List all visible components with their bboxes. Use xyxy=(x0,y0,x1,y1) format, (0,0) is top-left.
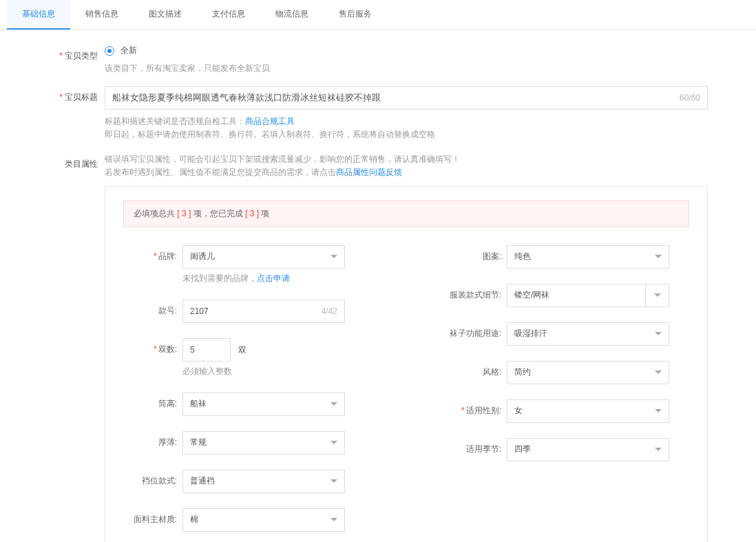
chevron-down-icon xyxy=(654,293,661,297)
styleno-counter: 4/42 xyxy=(322,306,337,316)
title-input[interactable] xyxy=(112,93,680,103)
required-summary: 必填项总共 [ 3 ] 项，您已完成 [ 3 ] 项 xyxy=(123,200,689,227)
chevron-down-icon xyxy=(330,255,337,258)
attr-label-brand: *品牌: xyxy=(123,245,182,262)
brand-apply-link[interactable]: 点击申请 xyxy=(257,273,290,283)
tab-sales-info[interactable]: 销售信息 xyxy=(70,0,134,29)
attr-col-right: 图案: 纯色 服装款式细节: xyxy=(448,245,689,532)
label-category-attrs: 类目属性 xyxy=(48,153,105,170)
attr-feedback-link[interactable]: 商品属性问题反馈 xyxy=(336,167,402,177)
season-select[interactable]: 四季 xyxy=(507,438,669,461)
thickness-value: 常规 xyxy=(190,437,207,448)
detail-value: 镂空/网袜 xyxy=(507,284,645,306)
brand-value: 闺诱儿 xyxy=(190,251,215,262)
attr-row-detail: 服装款式细节: 镂空/网袜 xyxy=(448,284,689,307)
attr-label-material: 面料主材质: xyxy=(123,508,182,525)
detail-dropdown-btn[interactable] xyxy=(645,284,669,306)
tab-basic-info[interactable]: 基础信息 xyxy=(7,0,70,30)
tube-select[interactable]: 船袜 xyxy=(182,393,345,416)
tab-aftersale[interactable]: 售后服务 xyxy=(324,0,387,29)
brand-subhint: 未找到需要的品牌，点击申请 xyxy=(182,273,365,284)
attr-label-pattern: 图案: xyxy=(448,245,507,262)
chevron-down-icon xyxy=(655,255,662,258)
label-item-type: *宝贝类型 xyxy=(48,45,105,62)
attr-row-season: 适用季节: 四季 xyxy=(448,438,689,461)
crotch-select[interactable]: 普通裆 xyxy=(182,470,345,493)
attr-label-pairs: *双数: xyxy=(123,338,182,355)
radio-type-new[interactable]: 全新 xyxy=(105,45,137,56)
chevron-down-icon xyxy=(330,441,337,444)
pattern-select[interactable]: 纯色 xyxy=(507,245,669,269)
styleno-input-wrap[interactable]: 4/42 xyxy=(182,300,345,323)
attr-col-left: *品牌: 闺诱儿 未找到需要的品牌，点击申请 xyxy=(123,245,365,532)
pairs-input[interactable] xyxy=(182,338,231,362)
material-select[interactable]: 棉 xyxy=(182,508,345,532)
attr-row-pattern: 图案: 纯色 xyxy=(448,245,689,269)
crotch-value: 普通裆 xyxy=(190,475,215,487)
row-item-type: *宝贝类型 全新 该类目下，所有淘宝卖家，只能发布全新宝贝 xyxy=(48,45,708,75)
attr-row-tube: 筒高: 船袜 xyxy=(123,393,365,416)
tab-description[interactable]: 图文描述 xyxy=(134,0,197,29)
pairs-subhint: 必须输入整数 xyxy=(182,366,365,377)
form-area: *宝贝类型 全新 该类目下，所有淘宝卖家，只能发布全新宝贝 *宝贝标题 60/6… xyxy=(0,30,756,542)
attr-row-material: 面料主材质: 棉 xyxy=(123,508,365,532)
attr-label-styleno: 款号: xyxy=(123,300,182,317)
gender-value: 女 xyxy=(514,405,523,417)
chevron-down-icon xyxy=(655,448,662,451)
pairs-unit: 双 xyxy=(238,345,246,355)
func-value: 吸湿排汗 xyxy=(514,328,547,340)
hint-item-type: 该类目下，所有淘宝卖家，只能发布全新宝贝 xyxy=(105,62,708,75)
attr-label-func: 袜子功能用途: xyxy=(448,322,507,340)
chevron-down-icon xyxy=(655,371,662,374)
attr-label-season: 适用季节: xyxy=(448,438,507,455)
pattern-value: 纯色 xyxy=(514,251,531,262)
attr-label-tube: 筒高: xyxy=(123,393,182,410)
brand-select[interactable]: 闺诱儿 xyxy=(182,245,345,269)
attr-row-pairs: *双数: 双 必须输入整数 xyxy=(123,338,365,377)
title-counter: 60/60 xyxy=(680,93,700,103)
attr-label-gender: *适用性别: xyxy=(448,399,507,417)
radio-label-new: 全新 xyxy=(120,45,137,55)
title-input-wrap[interactable]: 60/60 xyxy=(105,86,708,110)
attr-label-thickness: 厚薄: xyxy=(123,431,182,448)
chevron-down-icon xyxy=(330,479,337,483)
attr-row-gender: *适用性别: 女 xyxy=(448,399,689,423)
attr-row-crotch: 裆位款式: 普通裆 xyxy=(123,470,365,493)
compliance-tool-link[interactable]: 商品合规工具 xyxy=(245,116,295,126)
chevron-down-icon xyxy=(655,409,662,413)
chevron-down-icon xyxy=(655,332,662,335)
attr-row-style: 风格: 简约 xyxy=(448,361,689,384)
row-item-title: *宝贝标题 60/60 标题和描述关键词是否违规自检工具：商品合规工具 即日起，… xyxy=(48,86,708,141)
chevron-down-icon xyxy=(330,402,337,406)
gender-select[interactable]: 女 xyxy=(507,399,669,423)
section-tabs: 基础信息 销售信息 图文描述 支付信息 物流信息 售后服务 xyxy=(0,0,756,30)
attr-row-func: 袜子功能用途: 吸湿排汗 xyxy=(448,322,689,346)
attr-row-brand: *品牌: 闺诱儿 未找到需要的品牌，点击申请 xyxy=(123,245,365,284)
attr-row-styleno: 款号: 4/42 xyxy=(123,300,365,323)
season-value: 四季 xyxy=(514,444,531,455)
func-select[interactable]: 吸湿排汗 xyxy=(507,322,669,346)
attr-warning: 错误填写宝贝属性，可能会引起宝贝下架或搜索流量减少，影响您的正常销售，请认真准确… xyxy=(105,153,708,179)
row-category-attrs: 类目属性 错误填写宝贝属性，可能会引起宝贝下架或搜索流量减少，影响您的正常销售，… xyxy=(48,153,708,542)
hint-title: 标题和描述关键词是否违规自检工具：商品合规工具 即日起，标题中请勿使用制表符、换… xyxy=(105,115,708,141)
style-select[interactable]: 简约 xyxy=(507,361,669,384)
tab-payment[interactable]: 支付信息 xyxy=(197,0,260,29)
attr-row-thickness: 厚薄: 常规 xyxy=(123,431,365,455)
chevron-down-icon xyxy=(330,518,337,521)
thickness-select[interactable]: 常规 xyxy=(182,431,345,455)
attr-panel: 必填项总共 [ 3 ] 项，您已完成 [ 3 ] 项 *品牌: 闺诱儿 xyxy=(105,186,708,542)
styleno-input[interactable] xyxy=(190,306,322,316)
tab-logistics[interactable]: 物流信息 xyxy=(260,0,324,29)
detail-select[interactable]: 镂空/网袜 xyxy=(507,284,669,307)
label-item-title: *宝贝标题 xyxy=(48,86,105,103)
attr-label-style: 风格: xyxy=(448,361,507,378)
tube-value: 船袜 xyxy=(190,398,207,410)
attr-label-crotch: 裆位款式: xyxy=(123,470,182,487)
material-value: 棉 xyxy=(190,514,198,525)
radio-icon xyxy=(105,46,114,56)
style-value: 简约 xyxy=(514,366,531,378)
attr-label-detail: 服装款式细节: xyxy=(448,284,507,301)
